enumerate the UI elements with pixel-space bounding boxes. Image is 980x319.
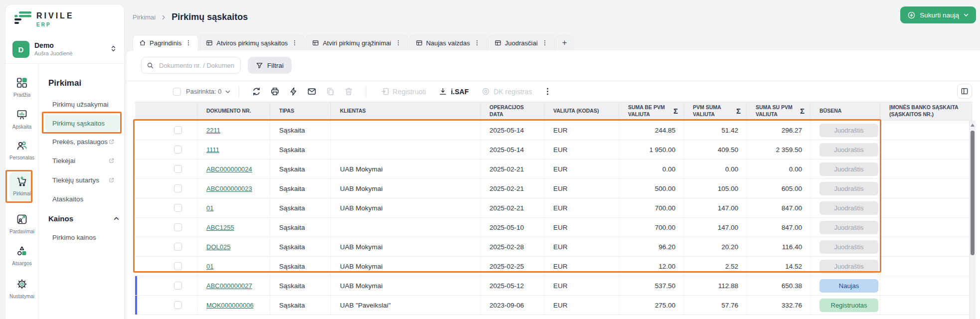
sidebar-item-tiek-j-sutartys[interactable]: Tiekėjų sutartys — [45, 171, 120, 188]
kebab-icon[interactable] — [291, 39, 298, 46]
toolbar-more-button[interactable] — [543, 87, 552, 96]
chevron-up-icon[interactable] — [113, 215, 120, 222]
cell-pvm-suma: 409.50 — [684, 140, 747, 159]
header-cell-doc[interactable]: DOKUMENTO NR. — [197, 102, 270, 120]
sidebar-rail-item-apskaita[interactable]: Apskaita — [5, 109, 38, 130]
sidebar-item-pirkim-u-sakymai[interactable]: Pirkimų užsakymai — [45, 96, 120, 113]
sidebar-rail-item-prad-ia[interactable]: Pradžia — [5, 77, 38, 98]
row-checkbox[interactable] — [174, 126, 182, 134]
tab-naujas-vaizdas[interactable]: Naujas vaizdas — [409, 35, 487, 50]
cell-klientas: UAB Mokymai — [331, 160, 481, 178]
row-checkbox[interactable] — [174, 223, 182, 231]
cell-bankas — [880, 198, 973, 217]
chevron-down-icon[interactable] — [225, 89, 231, 95]
tab-pagrindinis[interactable]: Pagrindinis — [133, 35, 198, 50]
breadcrumb-parent[interactable]: Pirkimai — [133, 13, 156, 21]
printer-button[interactable] — [270, 87, 280, 96]
header-cell-data[interactable]: OPERACIJOS DATA — [481, 102, 544, 120]
tab-label: Juodrasčiai — [505, 39, 538, 47]
create-new-button[interactable]: Sukurti naują — [900, 6, 976, 23]
sidebar-rail-item-nustatymai[interactable]: Nustatymai — [5, 279, 38, 299]
filters-button[interactable]: Filtrai — [248, 57, 292, 74]
document-link[interactable]: 01 — [206, 204, 213, 212]
refresh-button[interactable] — [252, 87, 261, 96]
vertical-scrollbar[interactable] — [969, 121, 976, 319]
search-input[interactable] — [158, 61, 235, 70]
cell-suma-be-pvm: 275.00 — [619, 296, 684, 315]
row-checkbox[interactable] — [174, 204, 182, 212]
sidebar-item-pirkim-s-skaitos[interactable]: Pirkimų sąskaitos — [45, 115, 120, 132]
header-cell-pvm-suma[interactable]: PVM SUMA VALIUTAΣ — [684, 102, 747, 120]
scrollbar-thumb[interactable] — [971, 131, 975, 255]
row-checkbox[interactable] — [174, 165, 182, 173]
select-all-checkbox[interactable] — [173, 88, 181, 96]
sidebar-rail-item-pirkimai[interactable]: Pirkimai — [5, 176, 38, 196]
people-icon — [16, 140, 27, 151]
row-checkbox[interactable] — [174, 184, 182, 192]
row-checkbox[interactable] — [174, 301, 182, 309]
account-switcher[interactable]: D Demo Aušra Juodienė — [12, 40, 118, 59]
document-link[interactable]: 1111 — [206, 146, 219, 154]
document-link[interactable]: ABC000000023 — [206, 185, 252, 192]
header-cell-busena[interactable]: BŪSENA — [811, 102, 880, 120]
tab-atviri-pirkim-gr-inimai[interactable]: Atviri pirkimų grąžinimai — [306, 35, 408, 50]
sidebar-rail-item-atsargos[interactable]: Atsargos — [5, 246, 38, 266]
cell-suma-be-pvm: 244.85 — [619, 121, 684, 140]
printer-icon — [270, 87, 280, 96]
kebab-icon[interactable] — [541, 39, 548, 46]
sum-icon[interactable]: Σ — [673, 106, 678, 116]
cell-valiuta: EUR — [544, 257, 619, 276]
cell-suma-su-pvm: 332.76 — [747, 296, 811, 315]
sum-icon[interactable]: Σ — [736, 106, 741, 116]
status-badge: Juodraštis — [819, 240, 878, 254]
document-link[interactable]: MOK000000006 — [206, 302, 254, 309]
cell-operacijos-data: 2025-02-21 — [481, 198, 544, 217]
bolt-button[interactable] — [289, 87, 298, 96]
mail-button[interactable] — [307, 87, 317, 96]
cell-tipas: Sąskaita — [270, 198, 331, 217]
scroll-up-arrow[interactable] — [971, 124, 975, 127]
row-checkbox[interactable] — [174, 282, 182, 290]
updown-chevron-icon[interactable] — [110, 45, 117, 52]
header-cell-klientas[interactable]: KLIENTAS — [331, 102, 481, 120]
header-cell-suma-be-pvm[interactable]: SUMA BE PVM VALIUTAΣ — [619, 102, 684, 120]
cell-operacijos-data: 2025-02-21 — [481, 179, 544, 198]
tab-atviros-pirkim-s-skaitos[interactable]: Atviros pirkimų sąskaitos — [199, 35, 305, 50]
header-cell-tipas[interactable]: TIPAS — [270, 102, 331, 120]
sidebar-item-pirkimo-kainos[interactable]: Pirkimo kainos — [45, 229, 120, 246]
kebab-icon[interactable] — [185, 39, 192, 46]
document-link[interactable]: ABC000000027 — [206, 282, 252, 290]
row-select-cell — [135, 121, 197, 140]
dk-circle-icon — [482, 87, 490, 96]
column-settings-button[interactable] — [957, 84, 972, 99]
tab-juodras-iai[interactable]: Juodrasčiai — [488, 35, 555, 50]
sidebar-item-ataskaitos[interactable]: Ataskaitos — [45, 190, 120, 207]
cell-bankas — [880, 237, 973, 256]
status-badge: Naujas — [819, 279, 878, 293]
document-link[interactable]: ABC000000024 — [206, 165, 252, 173]
kebab-icon[interactable] — [474, 39, 481, 46]
sidebar-item-tiek-jai[interactable]: Tiekėjai — [45, 152, 120, 169]
document-link[interactable]: 01 — [206, 263, 213, 270]
cell-valiuta: EUR — [544, 296, 619, 315]
kebab-icon[interactable] — [395, 39, 402, 46]
sidebar-rail-item-personalas[interactable]: Personalas — [5, 140, 38, 160]
header-cell-valiuta[interactable]: VALIUTA (KODAS) — [544, 102, 619, 120]
download-icon — [439, 87, 447, 96]
document-link[interactable]: ABC1255 — [206, 224, 234, 231]
cell-dokumento-nr: ABC000000027 — [197, 276, 270, 295]
add-view-tab[interactable]: + — [556, 35, 574, 50]
document-link[interactable]: DOL025 — [206, 243, 230, 251]
row-checkbox[interactable] — [174, 146, 182, 154]
isaf-export-button[interactable]: i.SAF — [439, 87, 469, 96]
header-cell-bankas[interactable]: ĮMONĖS BANKO SĄSKAITA (SĄSKAITOS NR.) — [880, 102, 973, 120]
row-checkbox[interactable] — [174, 243, 182, 251]
document-link[interactable]: 2211 — [206, 127, 220, 134]
cell-suma-be-pvm: 12.00 — [619, 257, 684, 276]
header-cell-suma-su-pvm[interactable]: SUMA SU PVM VALIUTAΣ — [747, 102, 811, 120]
sidebar-item-prek-s-paslaugos[interactable]: Prekės, paslaugos — [45, 133, 120, 150]
toolbar-separator — [239, 86, 239, 97]
sidebar-rail-item-pardavimai[interactable]: Pardavimai — [5, 214, 38, 234]
row-checkbox[interactable] — [174, 262, 182, 270]
sum-icon[interactable]: Σ — [800, 106, 805, 116]
